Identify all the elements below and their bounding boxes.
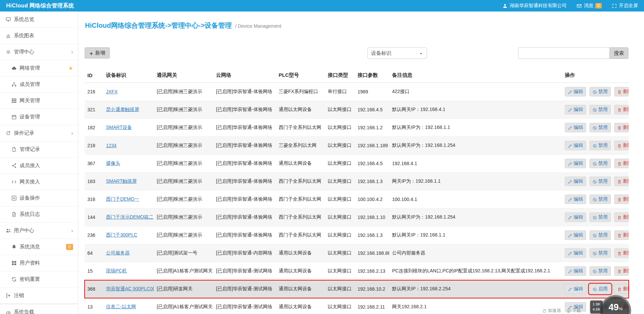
company-name: 湖南华辰智通科技有限公司 [510, 3, 566, 9]
delete-button[interactable]: 删除 [614, 87, 629, 96]
toggle-enable-button[interactable]: 启用 [589, 284, 611, 294]
edit-button[interactable]: 编辑 [565, 266, 586, 276]
gauge-unit: % [619, 306, 623, 311]
search-button[interactable]: 搜索 [609, 47, 628, 59]
add-device-button[interactable]: 新增 [85, 47, 110, 59]
ban-icon [593, 179, 597, 184]
download-link[interactable]: 下载 [566, 308, 581, 314]
sidebar-item-desktop[interactable]: 系统总览 [0, 12, 78, 28]
edit-button[interactable]: 编辑 [565, 195, 586, 204]
sidebar-item-code[interactable]: 网关接入 [0, 174, 78, 190]
device-link[interactable]: 华辰智通AC 500PLC001 [106, 286, 154, 291]
edit-button[interactable]: 编辑 [565, 284, 586, 294]
toggle-enable-button[interactable]: 禁用 [589, 141, 611, 150]
cell-interface-type: 以太网接口 [325, 101, 355, 119]
fullscreen-button[interactable]: 开启全屏 [612, 3, 638, 9]
sidebar-item-share[interactable]: 成员接入 [0, 158, 78, 174]
sidebar-item-label: 注销 [14, 292, 24, 299]
delete-button[interactable]: 删除 [614, 195, 629, 204]
device-link[interactable]: JXFX [106, 89, 117, 94]
trash-icon [617, 161, 622, 166]
toggle-enable-button[interactable]: 禁用 [589, 212, 611, 222]
toggle-enable-button[interactable]: 禁用 [589, 87, 611, 96]
ban-icon [593, 89, 597, 94]
table-row: 321 昆仑通泰触摸屏 [已启用]株洲三菱演示 [已启用]华辰智通-体验网络 通… [85, 101, 629, 119]
toggle-enable-button[interactable]: 禁用 [589, 177, 611, 186]
accelerator-link[interactable]: 加速器 [542, 308, 561, 314]
sidebar-item-label: 网关接入 [20, 179, 40, 185]
column-header: 云网络 [213, 68, 276, 83]
table-row: 236 西门子300PLC [已启用]株洲三菱演示 [已启用]华辰智通-体验网络… [85, 226, 629, 244]
cell-cloud-network: [已启用]华辰智通-体验网络 [213, 83, 276, 101]
edit-button[interactable]: 编辑 [565, 248, 586, 258]
toggle-enable-button[interactable]: 禁用 [589, 230, 611, 240]
sidebar-item-gridlg[interactable]: 用户资料 [0, 255, 78, 271]
sidebar-item-gear[interactable]: 管理中心 › [0, 44, 78, 60]
edit-button[interactable]: 编辑 [565, 177, 586, 186]
sidebar-item-gauge[interactable]: 系统负载 [0, 304, 78, 314]
column-header: 接口类型 [325, 68, 355, 83]
delete-button[interactable]: 删除 [614, 177, 629, 186]
sidebar-item-users[interactable]: 用户中心 › [0, 223, 78, 239]
sidebar-item-sitemap[interactable]: 成员管理 [0, 76, 78, 93]
device-link[interactable]: 仪表二-以太网 [106, 304, 136, 309]
edit-button[interactable]: 编辑 [565, 212, 586, 222]
sidebar-item-doctext[interactable]: 系统日志 [0, 206, 78, 223]
delete-button[interactable]: 删除 [614, 105, 629, 114]
toggle-enable-button[interactable]: 禁用 [589, 248, 611, 258]
delete-button[interactable]: 删除 [614, 284, 629, 294]
sidebar-item-bell[interactable]: 系统消息 0 [0, 239, 78, 255]
cell-device-name: 仪表二-以太网 [103, 298, 154, 314]
edit-button[interactable]: 编辑 [565, 87, 586, 96]
sidebar-item-history[interactable]: 操作记录 › [0, 125, 78, 141]
device-link[interactable]: 现场PC机 [106, 268, 127, 273]
delete-button[interactable]: 删除 [614, 212, 629, 222]
edit-button[interactable]: 编辑 [565, 123, 586, 132]
device-link[interactable]: 西门子300PLC [106, 232, 137, 238]
device-link[interactable]: 昆仑通泰触摸屏 [106, 107, 139, 112]
messages-menu[interactable]: 消息 0 [577, 3, 602, 9]
cell-id: 64 [85, 244, 103, 262]
delete-button[interactable]: 删除 [614, 123, 629, 132]
company-menu[interactable]: 湖南华辰智通科技有限公司 [502, 3, 566, 9]
cell-interface-param: 100.100.4.2 [355, 190, 389, 208]
delete-button[interactable]: 删除 [614, 266, 629, 276]
delete-button[interactable]: 删除 [614, 248, 629, 258]
filter-field-select[interactable]: 设备标识 [367, 47, 427, 59]
device-link[interactable]: 西门子演示DEMO箱二 [106, 214, 153, 220]
sidebar-item-chart[interactable]: 系统图表 [0, 28, 78, 44]
sidebar-item-cloud[interactable]: 网络管理 ★ [0, 60, 78, 76]
device-link[interactable]: SMART设备 [106, 125, 132, 130]
device-link[interactable]: SMART触摸屏 [106, 178, 137, 184]
net-speed-widget[interactable]: 1.9K 4.5K 49% [590, 295, 631, 314]
cell-interface-param: 192.168.1.3 [355, 226, 389, 244]
sidebar-item-grid[interactable]: 网关管理 [0, 93, 78, 109]
search-input[interactable] [518, 47, 609, 59]
toggle-enable-button[interactable]: 禁用 [589, 266, 611, 276]
cell-interface-type: 以太网接口 [325, 119, 355, 137]
edit-button[interactable]: 编辑 [565, 159, 586, 168]
toggle-enable-button[interactable]: 禁用 [589, 105, 611, 114]
load-gauge[interactable]: 49% [600, 295, 631, 314]
sidebar-item-doc[interactable]: 管理记录 [0, 141, 78, 158]
sidebar-item-refresh[interactable]: 密码重置 [0, 271, 78, 288]
delete-button[interactable]: 删除 [614, 230, 629, 240]
device-link[interactable]: 摄像头 [106, 160, 120, 166]
delete-button[interactable]: 删除 [614, 141, 629, 150]
sidebar-item-plussq[interactable]: 设备操作 [0, 190, 78, 206]
sidebar-item-logout[interactable]: 注销 [0, 288, 78, 304]
page-subtitle: / Device Management [235, 23, 281, 29]
pencil-icon [568, 89, 572, 94]
device-link[interactable]: 公司服务器 [106, 250, 130, 255]
device-link[interactable]: 西门子DEMO一 [106, 196, 139, 202]
device-link[interactable]: 1234 [106, 143, 116, 148]
edit-button[interactable]: 编辑 [565, 105, 586, 114]
sidebar-item-calendar[interactable]: 设备管理 [0, 109, 78, 125]
delete-button[interactable]: 删除 [614, 159, 629, 168]
toggle-enable-button[interactable]: 禁用 [589, 123, 611, 132]
toggle-enable-button[interactable]: 禁用 [589, 195, 611, 204]
toggle-enable-button[interactable]: 禁用 [589, 159, 611, 168]
edit-button[interactable]: 编辑 [565, 230, 586, 240]
edit-button[interactable]: 编辑 [565, 141, 586, 150]
trash-icon [617, 286, 622, 292]
